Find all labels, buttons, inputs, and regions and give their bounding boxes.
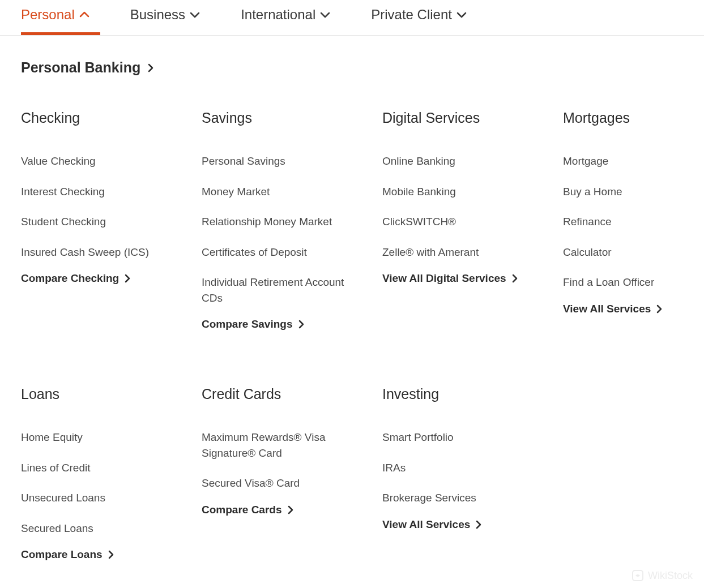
- tab-international[interactable]: International: [241, 7, 330, 35]
- chevron-right-icon: [476, 520, 481, 529]
- link-unsecured-loans[interactable]: Unsecured Loans: [21, 490, 202, 506]
- column-heading: Digital Services: [382, 110, 563, 126]
- column-investing: Investing Smart Portfolio IRAs Brokerage…: [382, 386, 563, 561]
- action-label: Compare Savings: [202, 318, 293, 331]
- breadcrumb-title: Personal Banking: [21, 59, 140, 76]
- column-mortgages: Mortgages Mortgage Buy a Home Refinance …: [563, 110, 683, 331]
- watermark: WikiStock: [631, 569, 693, 582]
- tab-personal[interactable]: Personal: [21, 7, 89, 35]
- tab-label: Business: [130, 7, 185, 23]
- link-relationship-money-market[interactable]: Relationship Money Market: [202, 214, 382, 230]
- nav-tabs: Personal Business International Private …: [0, 0, 704, 36]
- link-smart-portfolio[interactable]: Smart Portfolio: [382, 430, 563, 445]
- watermark-text: WikiStock: [648, 570, 693, 582]
- chevron-right-icon: [512, 274, 518, 283]
- column-heading: Loans: [21, 386, 202, 402]
- link-zelle[interactable]: Zelle® with Amerant: [382, 244, 563, 260]
- content-panel: Personal Banking Checking Value Checking…: [0, 36, 704, 583]
- column-heading: Credit Cards: [202, 386, 382, 402]
- column-savings: Savings Personal Savings Money Market Re…: [202, 110, 382, 331]
- action-view-all-digital[interactable]: View All Digital Services: [382, 272, 563, 285]
- chevron-right-icon: [147, 63, 154, 73]
- action-compare-loans[interactable]: Compare Loans: [21, 548, 202, 561]
- action-label: Compare Loans: [21, 548, 103, 561]
- chevron-down-icon: [320, 11, 330, 18]
- action-label: Compare Cards: [202, 504, 282, 516]
- link-refinance[interactable]: Refinance: [563, 214, 683, 230]
- action-label: View All Services: [563, 303, 651, 315]
- action-view-all-mortgage[interactable]: View All Services: [563, 303, 683, 315]
- link-value-checking[interactable]: Value Checking: [21, 153, 202, 169]
- chevron-up-icon: [79, 11, 89, 18]
- action-label: View All Services: [382, 518, 470, 531]
- column-heading: Checking: [21, 110, 202, 126]
- chevron-down-icon: [456, 11, 467, 18]
- link-iras[interactable]: IRAs: [382, 460, 563, 476]
- action-compare-cards[interactable]: Compare Cards: [202, 504, 382, 516]
- chevron-right-icon: [656, 304, 662, 314]
- column-heading: Investing: [382, 386, 563, 402]
- link-certificates-of-deposit[interactable]: Certificates of Deposit: [202, 244, 382, 260]
- link-find-loan-officer[interactable]: Find a Loan Officer: [563, 274, 683, 290]
- breadcrumb[interactable]: Personal Banking: [21, 59, 683, 76]
- link-buy-a-home[interactable]: Buy a Home: [563, 184, 683, 200]
- action-compare-checking[interactable]: Compare Checking: [21, 272, 202, 285]
- chevron-right-icon: [288, 505, 293, 514]
- link-secured-loans[interactable]: Secured Loans: [21, 521, 202, 537]
- link-secured-visa[interactable]: Secured Visa® Card: [202, 475, 382, 491]
- column-digital-services: Digital Services Online Banking Mobile B…: [382, 110, 563, 331]
- link-personal-savings[interactable]: Personal Savings: [202, 153, 382, 169]
- tab-label: International: [241, 7, 315, 23]
- column-heading: Mortgages: [563, 110, 683, 126]
- link-interest-checking[interactable]: Interest Checking: [21, 184, 202, 200]
- tab-business[interactable]: Business: [130, 7, 200, 35]
- action-label: Compare Checking: [21, 272, 119, 285]
- tab-label: Personal: [21, 7, 75, 23]
- columns-row-1: Checking Value Checking Interest Checkin…: [21, 110, 683, 331]
- columns-row-2: Loans Home Equity Lines of Credit Unsecu…: [21, 386, 683, 561]
- column-credit-cards: Credit Cards Maximum Rewards® Visa Signa…: [202, 386, 382, 561]
- action-compare-savings[interactable]: Compare Savings: [202, 318, 382, 331]
- link-mortgage[interactable]: Mortgage: [563, 153, 683, 169]
- column-checking: Checking Value Checking Interest Checkin…: [21, 110, 202, 331]
- column-heading: Savings: [202, 110, 382, 126]
- chevron-right-icon: [298, 320, 304, 329]
- watermark-icon: [631, 569, 645, 582]
- link-max-rewards-visa[interactable]: Maximum Rewards® Visa Signature® Card: [202, 430, 360, 461]
- link-ira-cds[interactable]: Individual Retirement Account CDs: [202, 274, 360, 306]
- chevron-down-icon: [190, 11, 200, 18]
- column-loans: Loans Home Equity Lines of Credit Unsecu…: [21, 386, 202, 561]
- action-label: View All Digital Services: [382, 272, 506, 285]
- chevron-right-icon: [108, 550, 114, 559]
- link-money-market[interactable]: Money Market: [202, 184, 382, 200]
- link-home-equity[interactable]: Home Equity: [21, 430, 202, 445]
- tab-private-client[interactable]: Private Client: [371, 7, 467, 35]
- link-student-checking[interactable]: Student Checking: [21, 214, 202, 230]
- link-lines-of-credit[interactable]: Lines of Credit: [21, 460, 202, 476]
- link-brokerage-services[interactable]: Brokerage Services: [382, 490, 563, 506]
- link-clickswitch[interactable]: ClickSWITCH®: [382, 214, 563, 230]
- link-insured-cash-sweep[interactable]: Insured Cash Sweep (ICS): [21, 244, 202, 260]
- column-empty: [563, 386, 683, 561]
- action-view-all-investing[interactable]: View All Services: [382, 518, 563, 531]
- link-online-banking[interactable]: Online Banking: [382, 153, 563, 169]
- link-calculator[interactable]: Calculator: [563, 244, 683, 260]
- tab-label: Private Client: [371, 7, 452, 23]
- chevron-right-icon: [125, 274, 130, 283]
- link-mobile-banking[interactable]: Mobile Banking: [382, 184, 563, 200]
